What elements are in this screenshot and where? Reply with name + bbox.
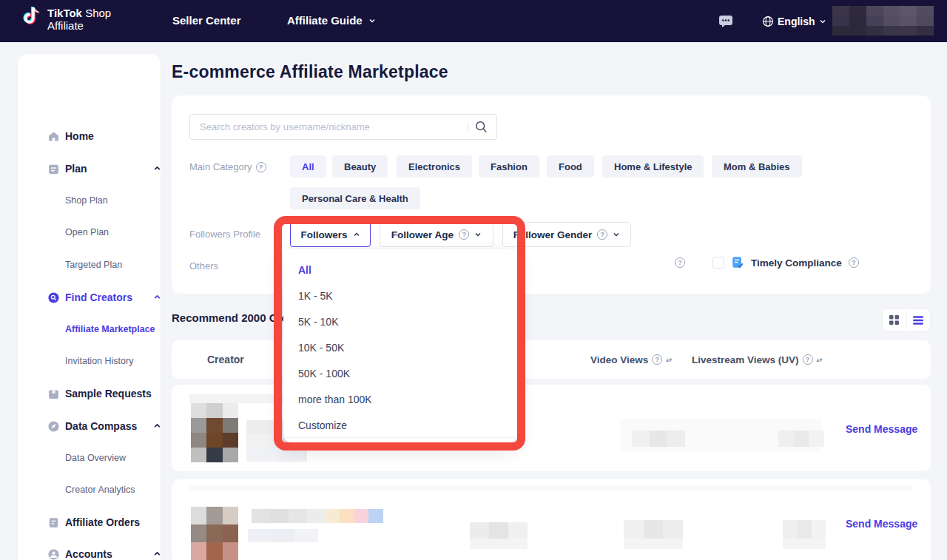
- sort-icon[interactable]: ▴▾: [666, 358, 672, 362]
- divider: [283, 437, 517, 438]
- page-title: E-commerce Affiliate Marketplace: [172, 62, 448, 82]
- sidebar-item-creator-analytics[interactable]: Creator Analytics: [65, 485, 135, 495]
- accounts-icon: [47, 548, 60, 560]
- category-chip-electronics[interactable]: Electronics: [397, 155, 472, 178]
- blurred-creator-name: [252, 509, 325, 523]
- help-icon: ?: [459, 229, 469, 240]
- tiktok-note-icon: [22, 7, 41, 32]
- sidebar-item-shop-plan[interactable]: Shop Plan: [65, 195, 108, 206]
- divider: [468, 122, 468, 132]
- chevron-up-icon: [153, 419, 161, 433]
- timely-compliance-checkbox[interactable]: [712, 257, 724, 269]
- sidebar-item-targeted-plan[interactable]: Targeted Plan: [65, 260, 122, 270]
- help-icon: ?: [803, 354, 813, 365]
- sidebar-item-sample-requests[interactable]: Sample Requests: [18, 382, 161, 405]
- followers-option-1k-5k[interactable]: 1K - 5K: [283, 283, 517, 308]
- blurred-livestream-views-value: [778, 431, 824, 447]
- chevron-down-icon: [819, 18, 826, 24]
- timely-compliance-icon: [731, 256, 744, 269]
- list-icon: [912, 315, 924, 325]
- followers-option-all[interactable]: All: [283, 257, 517, 283]
- followers-option-10k-50k[interactable]: 10K - 50K: [283, 334, 517, 360]
- followers-option-more-100k[interactable]: more than 100K: [283, 386, 517, 412]
- sidebar-item-accounts[interactable]: Accounts: [18, 543, 161, 560]
- sidebar-item-data-overview[interactable]: Data Overview: [65, 453, 126, 463]
- column-video-views[interactable]: Video Views ? ▴▾: [590, 340, 672, 379]
- chevron-down-icon: [613, 231, 620, 238]
- followers-filter-button[interactable]: Followers: [290, 222, 371, 247]
- blurred-avatar: [191, 403, 238, 462]
- follower-age-filter-button[interactable]: Follower Age ?: [380, 222, 493, 247]
- blurred-livestream-views-value: [783, 520, 826, 539]
- nav-chat-button[interactable]: [718, 0, 733, 42]
- category-chip-home-lifestyle[interactable]: Home & Lifestyle: [602, 155, 704, 178]
- sidebar: Home Plan Shop Plan Open Plan Targeted P…: [18, 54, 161, 560]
- sidebar-item-affiliate-orders[interactable]: Affiliate Orders: [18, 511, 161, 533]
- chevron-down-icon: [368, 17, 375, 24]
- search-input[interactable]: [190, 121, 468, 132]
- followers-option-50k-100k[interactable]: 50K - 100K: [283, 360, 517, 386]
- sidebar-item-home[interactable]: Home: [18, 125, 161, 147]
- help-icon[interactable]: ?: [256, 162, 266, 172]
- chat-bubble-icon: [718, 15, 733, 28]
- blurred-band: [189, 485, 913, 491]
- globe-icon: [762, 16, 774, 27]
- top-navbar: TikTok Shop Affiliate Seller Center Affi…: [0, 0, 947, 42]
- user-account-blurred[interactable]: [832, 6, 934, 36]
- plan-icon: [47, 163, 60, 175]
- sidebar-item-open-plan[interactable]: Open Plan: [65, 227, 109, 237]
- main-category-label: Main Category ?: [189, 161, 266, 172]
- blurred-text: [470, 539, 528, 549]
- send-message-button[interactable]: Send Message: [846, 423, 917, 435]
- list-view-button[interactable]: [906, 309, 931, 331]
- category-chip-personal-care[interactable]: Personal Care & Health: [290, 187, 420, 209]
- category-chip-fashion[interactable]: Fashion: [479, 155, 539, 178]
- search-box: [189, 114, 497, 140]
- sidebar-item-invitation-history[interactable]: Invitation History: [65, 356, 133, 366]
- data-compass-icon: [47, 420, 60, 433]
- send-message-button[interactable]: Send Message: [846, 518, 917, 530]
- blurred-followers-value: [470, 522, 528, 539]
- grid-view-button[interactable]: [883, 309, 906, 331]
- sort-icon[interactable]: ▴▾: [817, 358, 823, 362]
- help-icon[interactable]: ?: [849, 257, 859, 268]
- blurred-text: [624, 539, 683, 549]
- blurred-text: [248, 529, 318, 542]
- column-livestream-views[interactable]: Livestream Views (UV) ? ▴▾: [692, 340, 823, 379]
- app-window: TikTok Shop Affiliate Seller Center Affi…: [0, 0, 947, 560]
- followers-option-5k-10k[interactable]: 5K - 10K: [283, 308, 517, 334]
- nav-affiliate-guide[interactable]: Affiliate Guide: [287, 14, 375, 27]
- sample-requests-icon: [47, 388, 60, 400]
- sidebar-item-affiliate-marketplace[interactable]: Affiliate Marketplace: [65, 324, 155, 334]
- search-icon[interactable]: [475, 121, 488, 133]
- chevron-up-icon: [353, 231, 360, 238]
- sidebar-item-plan[interactable]: Plan: [18, 158, 161, 180]
- follower-gender-filter-button[interactable]: Follower Gender ?: [502, 222, 631, 247]
- view-toggle: [882, 308, 931, 331]
- sidebar-item-find-creators[interactable]: Find Creators: [18, 286, 161, 308]
- tiktok-shop-affiliate-logo[interactable]: TikTok Shop Affiliate: [22, 7, 111, 32]
- help-icon: ?: [675, 257, 685, 268]
- category-chip-beauty[interactable]: Beauty: [332, 155, 388, 178]
- category-chip-mom-babies[interactable]: Mom & Babies: [712, 155, 802, 178]
- language-selector[interactable]: English: [762, 0, 826, 42]
- blurred-avatar: [191, 507, 238, 560]
- sidebar-item-data-compass[interactable]: Data Compass: [18, 415, 161, 437]
- chevron-up-icon: [153, 291, 161, 304]
- chevron-down-icon: [474, 231, 482, 238]
- help-icon: ?: [652, 354, 662, 365]
- nav-seller-center[interactable]: Seller Center: [172, 14, 241, 27]
- home-icon: [47, 130, 60, 143]
- followers-profile-label: Followers Profile: [189, 229, 260, 240]
- category-chip-all[interactable]: All: [290, 155, 326, 178]
- find-creators-icon: [47, 291, 60, 304]
- chevron-up-icon: [153, 162, 161, 175]
- affiliate-orders-icon: [47, 516, 60, 529]
- creator-row[interactable]: Send Message: [172, 479, 931, 560]
- followers-dropdown-menu: All 1K - 5K 5K - 10K 10K - 50K 50K - 100…: [283, 249, 517, 442]
- blurred-video-views-value: [632, 431, 685, 447]
- followers-option-customize[interactable]: Customize: [283, 412, 517, 438]
- category-chip-food[interactable]: Food: [547, 155, 594, 178]
- logo-text: TikTok Shop Affiliate: [47, 7, 111, 32]
- language-label: English: [778, 16, 815, 27]
